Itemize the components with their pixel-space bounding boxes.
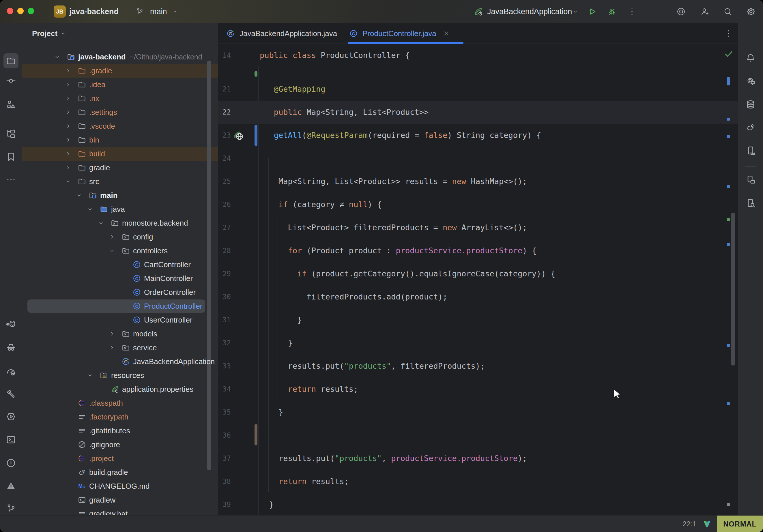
chevron-right-icon[interactable] [65, 109, 71, 115]
line-number[interactable]: 21 [218, 78, 231, 101]
more-icon[interactable] [6, 174, 16, 185]
run-configuration-selector[interactable]: JavaBackendApplication [487, 0, 572, 23]
line-number[interactable]: 30 [218, 285, 231, 308]
line-number[interactable]: 36 [218, 424, 231, 447]
project-switcher[interactable]: java-backend [69, 0, 119, 23]
tree-item-gradlew.bat[interactable]: gradlew.bat [22, 507, 218, 515]
chevron-right-icon[interactable] [109, 345, 115, 351]
tree-item-java[interactable]: java [22, 202, 218, 216]
line-number[interactable]: 34 [218, 378, 231, 401]
code-line-35[interactable]: 35} [218, 401, 738, 424]
line-number[interactable]: 32 [218, 332, 231, 355]
tree-item-monostore.backend[interactable]: monostore.backend [22, 216, 218, 230]
device-manager-icon[interactable] [745, 146, 756, 156]
tree-item-MainController[interactable]: CMainController [22, 271, 218, 285]
tree-item-application.properties[interactable]: application.properties [22, 382, 218, 396]
chevron-right-icon[interactable] [65, 151, 71, 157]
tree-item-UserController[interactable]: CUserController [22, 313, 218, 327]
chevron-right-icon[interactable] [109, 234, 115, 240]
line-number[interactable]: 27 [218, 216, 231, 239]
profiler-icon[interactable] [6, 367, 16, 377]
chevron-down-icon[interactable] [76, 192, 82, 198]
code-line-38[interactable]: 38return results; [218, 470, 738, 493]
tree-item-CartController[interactable]: CCartController [22, 258, 218, 271]
code-line-22[interactable]: 22public Map<String, List<Product>> [218, 101, 738, 124]
settings-icon[interactable] [746, 7, 755, 16]
search-icon[interactable] [723, 7, 732, 16]
chevron-down-icon[interactable] [98, 220, 104, 226]
notifications-icon[interactable] [745, 53, 756, 63]
incognito-icon[interactable] [6, 342, 16, 353]
code-line-21[interactable]: 21@GetMapping [218, 78, 738, 101]
line-number[interactable]: 23 [218, 124, 231, 147]
chevron-down-icon[interactable] [87, 372, 93, 378]
code-line-23[interactable]: 23getAll(@RequestParam(required = false)… [218, 124, 738, 147]
editor-more-icon[interactable] [724, 29, 733, 38]
minimize-button[interactable] [17, 8, 24, 14]
tree-item-.gitattributes[interactable]: .gitattributes [22, 424, 218, 438]
project-folder-icon[interactable] [6, 56, 16, 66]
gradle-icon[interactable] [745, 122, 756, 133]
line-number[interactable]: 35 [218, 401, 231, 424]
tree-item-service[interactable]: service [22, 341, 218, 355]
line-number[interactable]: 39 [218, 493, 231, 515]
line-number[interactable]: 25 [218, 170, 231, 193]
line-number[interactable]: 26 [218, 193, 231, 216]
tree-scrollbar[interactable] [207, 60, 211, 470]
tree-item-JavaBackendApplication[interactable]: JavaBackendApplication [22, 355, 218, 369]
version-control-icon[interactable] [6, 503, 16, 514]
code-line-34[interactable]: 34return results; [218, 378, 738, 401]
code-line-24[interactable]: 24 [218, 147, 738, 170]
chevron-down-icon[interactable] [65, 178, 71, 185]
tree-item-models[interactable]: models [22, 327, 218, 341]
close-tab-icon[interactable] [443, 30, 450, 37]
inspection-ok-icon[interactable] [724, 49, 733, 59]
line-number[interactable]: 37 [218, 447, 231, 470]
services-icon[interactable] [6, 411, 16, 422]
running-devices-icon[interactable] [745, 174, 756, 185]
code-line-28[interactable]: 28for (Product product : productService.… [218, 239, 738, 262]
vim-mode-badge[interactable]: NORMAL [717, 516, 763, 532]
hierarchy-icon[interactable] [6, 129, 16, 139]
caret-position[interactable]: 22:1 [683, 516, 696, 532]
tree-item-src[interactable]: src [22, 174, 218, 188]
line-number[interactable]: 22 [218, 101, 231, 124]
build-icon[interactable] [6, 388, 16, 399]
database-icon[interactable] [745, 99, 756, 110]
line-number[interactable]: 14 [218, 44, 231, 67]
maximize-button[interactable] [28, 8, 34, 14]
editor-scrollbar[interactable] [731, 213, 735, 366]
problems-icon[interactable] [6, 458, 16, 468]
tree-item-.nx[interactable]: .nx [22, 91, 218, 105]
code-line-25[interactable]: 25Map<String, List<Product>> results = n… [218, 170, 738, 193]
tree-item-bin[interactable]: bin [22, 133, 218, 147]
branch-switcher[interactable]: main [150, 0, 167, 23]
code-line-31[interactable]: 31} [218, 308, 738, 332]
chevron-right-icon[interactable] [65, 123, 71, 129]
close-button[interactable] [7, 8, 13, 14]
commit-icon[interactable] [6, 75, 16, 86]
chevron-right-icon[interactable] [65, 81, 71, 88]
endpoint-globe-icon[interactable] [232, 129, 245, 142]
project-panel-header[interactable]: Project [32, 23, 66, 44]
chevron-down-icon[interactable] [109, 248, 115, 254]
line-number[interactable]: 24 [218, 147, 231, 170]
tree-item-java-backend[interactable]: java-backend~/Github/java-backend [22, 50, 218, 64]
tree-item-resources[interactable]: resources [22, 369, 218, 382]
vim-icon[interactable] [703, 519, 711, 529]
tree-item-gradlew[interactable]: gradlew [22, 493, 218, 507]
tree-item-controllers[interactable]: controllers [22, 244, 218, 258]
more-actions-button[interactable] [627, 7, 637, 16]
copilot-cat-icon[interactable] [6, 320, 16, 330]
code-line-37[interactable]: 37results.put("products", productService… [218, 447, 738, 470]
tree-item-.factorypath[interactable]: .factorypath [22, 410, 218, 424]
tree-item-.classpath[interactable]: .classpath [22, 396, 218, 410]
chevron-down-icon[interactable] [54, 53, 60, 60]
chevron-right-icon[interactable] [109, 331, 115, 337]
code-line-39[interactable]: 39} [218, 493, 738, 515]
line-number[interactable]: 29 [218, 262, 231, 285]
structure-icon[interactable] [6, 99, 16, 110]
chevron-right-icon[interactable] [65, 67, 71, 74]
tree-item-main[interactable]: main [22, 188, 218, 202]
line-number[interactable]: 33 [218, 355, 231, 378]
